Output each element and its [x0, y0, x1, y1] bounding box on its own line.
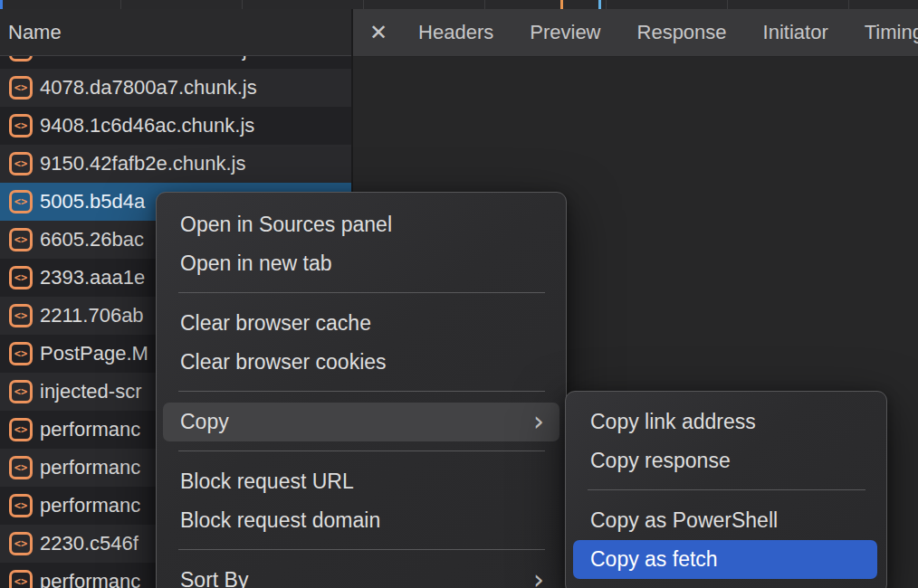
script-file-icon: <>: [9, 570, 33, 588]
request-name: 4078.da7800a7.chunk.js: [40, 76, 257, 100]
menu-item-open-in-new-tab[interactable]: Open in new tab: [157, 244, 566, 283]
request-name: performanc: [40, 570, 140, 588]
copy-label: Copy: [180, 410, 229, 433]
detail-tab-bar: ✕ Headers Preview Response Initiator Tim…: [353, 9, 918, 57]
menu-item-clear-browser-cache[interactable]: Clear browser cache: [157, 304, 566, 343]
script-file-icon: <>: [9, 342, 33, 365]
submenu-item-copy-link-address[interactable]: Copy link address: [566, 403, 886, 441]
chevron-right-icon: ›: [533, 402, 544, 441]
tab-preview[interactable]: Preview: [512, 21, 618, 44]
request-name: performanc: [40, 418, 140, 441]
script-file-icon: <>: [9, 380, 33, 403]
script-file-icon: <>: [9, 456, 33, 479]
script-file-icon: <>: [9, 304, 33, 327]
context-menu: Open in Sources panel Open in new tab Cl…: [156, 192, 567, 588]
script-file-icon: <>: [9, 228, 33, 251]
script-file-icon: <>: [9, 114, 33, 138]
script-file-icon: <>: [9, 190, 33, 213]
name-column-label: Name: [8, 21, 62, 44]
request-name: injected-scr: [40, 380, 141, 403]
overview-event-marker-orange-icon: [560, 0, 563, 9]
menu-separator: [178, 391, 545, 392]
copy-submenu: Copy link address Copy response Copy as …: [565, 391, 887, 588]
tab-headers[interactable]: Headers: [400, 21, 512, 44]
request-name: 9408.1c6d46ac.chunk.js: [40, 114, 254, 138]
request-name: 5005.b5d4a: [40, 190, 145, 213]
menu-item-block-request-url[interactable]: Block request URL: [157, 462, 566, 501]
script-file-icon: <>: [9, 266, 33, 289]
request-name: 9150.42fafb2e.chunk.js: [40, 152, 246, 175]
tab-initiator[interactable]: Initiator: [745, 21, 846, 44]
network-request-row[interactable]: <>9408.1c6d46ac.chunk.js: [0, 107, 351, 145]
sort-by-label: Sort By: [180, 568, 248, 588]
overview-event-marker-cyan-icon: [598, 0, 601, 9]
menu-item-sort-by[interactable]: Sort By ›: [157, 561, 566, 588]
request-name: 6605.26bac: [40, 228, 144, 251]
menu-item-block-request-domain[interactable]: Block request domain: [157, 501, 566, 540]
script-file-icon: <>: [9, 418, 33, 441]
tab-response[interactable]: Response: [619, 21, 745, 44]
request-name: performanc: [40, 456, 140, 479]
submenu-item-copy-as-fetch[interactable]: Copy as fetch: [573, 540, 877, 579]
name-column-header[interactable]: Name: [0, 9, 351, 56]
request-name: performanc: [40, 494, 140, 517]
detail-tabs: Headers Preview Response Initiator Timin…: [400, 21, 918, 44]
menu-item-clear-browser-cookies[interactable]: Clear browser cookies: [157, 343, 566, 382]
request-name: 2211.706ab: [40, 304, 144, 327]
close-icon[interactable]: ✕: [369, 20, 387, 45]
script-file-icon: <>: [9, 76, 33, 100]
request-name: 2393.aaa1e: [40, 266, 145, 289]
script-file-icon: <>: [9, 494, 33, 517]
menu-separator: [178, 292, 545, 293]
script-file-icon: <>: [9, 532, 33, 555]
menu-item-open-in-sources-panel[interactable]: Open in Sources panel: [157, 205, 566, 244]
submenu-item-copy-response[interactable]: Copy response: [566, 441, 886, 480]
request-name: 2230.c546f: [40, 532, 139, 555]
menu-separator: [178, 450, 545, 451]
network-request-row[interactable]: <>4078.da7800a7.chunk.js: [0, 69, 351, 107]
menu-item-copy[interactable]: Copy ›: [163, 403, 559, 441]
chevron-right-icon: ›: [533, 560, 544, 588]
menu-separator: [588, 489, 865, 490]
network-overview-timeline[interactable]: [0, 0, 918, 9]
menu-separator: [178, 549, 545, 550]
submenu-item-copy-as-powershell[interactable]: Copy as PowerShell: [566, 501, 886, 540]
request-name: PostPage.M: [40, 342, 148, 365]
overview-start-marker-icon: [0, 0, 3, 9]
script-file-icon: <>: [9, 152, 33, 175]
tab-timing[interactable]: Timing: [846, 21, 918, 44]
network-request-row[interactable]: <>9150.42fafb2e.chunk.js: [0, 145, 351, 183]
